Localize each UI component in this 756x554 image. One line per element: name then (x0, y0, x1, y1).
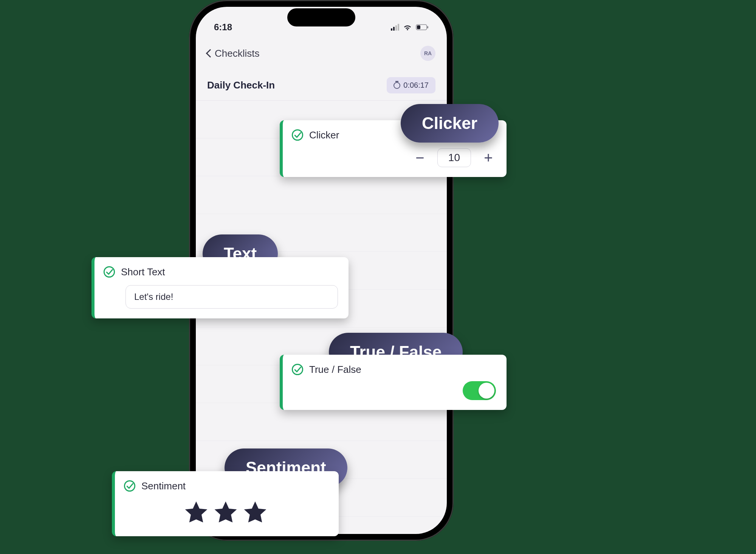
check-icon (291, 129, 304, 141)
check-icon (123, 480, 136, 492)
page-title: Daily Check-In (207, 79, 275, 91)
truefalse-card: True / False (280, 355, 507, 410)
truefalse-label: True / False (309, 364, 361, 376)
svg-rect-1 (417, 25, 420, 29)
short-text-label: Short Text (121, 266, 165, 278)
timer-chip[interactable]: 0:06:17 (387, 77, 435, 93)
star-icon[interactable] (242, 499, 269, 526)
clicker-value: 10 (437, 148, 471, 167)
clicker-card-label: Clicker (309, 129, 339, 141)
star-icon[interactable] (183, 499, 210, 526)
timer-value: 0:06:17 (403, 81, 429, 90)
avatar[interactable]: RA (420, 46, 435, 61)
sentiment-label: Sentiment (141, 480, 186, 492)
back-label: Checklists (215, 48, 259, 59)
decrement-button[interactable]: − (412, 150, 428, 165)
status-time: 6:18 (214, 22, 232, 33)
title-row: Daily Check-In 0:06:17 (196, 70, 447, 101)
svg-rect-2 (427, 26, 428, 28)
avatar-initials: RA (424, 50, 432, 56)
check-icon (103, 265, 116, 278)
chevron-left-icon (206, 49, 215, 58)
sentiment-card: Sentiment (112, 471, 339, 536)
check-icon (291, 363, 304, 376)
star-icon[interactable] (212, 499, 239, 526)
increment-button[interactable]: + (481, 150, 496, 165)
wifi-icon (403, 24, 412, 31)
nav-bar: Checklists RA (196, 40, 447, 67)
battery-icon (416, 24, 429, 30)
pill-clicker: Clicker (401, 104, 499, 143)
cellular-signal-icon (391, 24, 399, 31)
stopwatch-icon (393, 82, 400, 89)
truefalse-toggle[interactable] (463, 381, 496, 400)
back-button[interactable]: Checklists (207, 48, 259, 59)
short-text-input[interactable]: Let's ride! (125, 285, 338, 309)
text-card: Short Text Let's ride! (91, 257, 349, 318)
notch (287, 8, 355, 26)
